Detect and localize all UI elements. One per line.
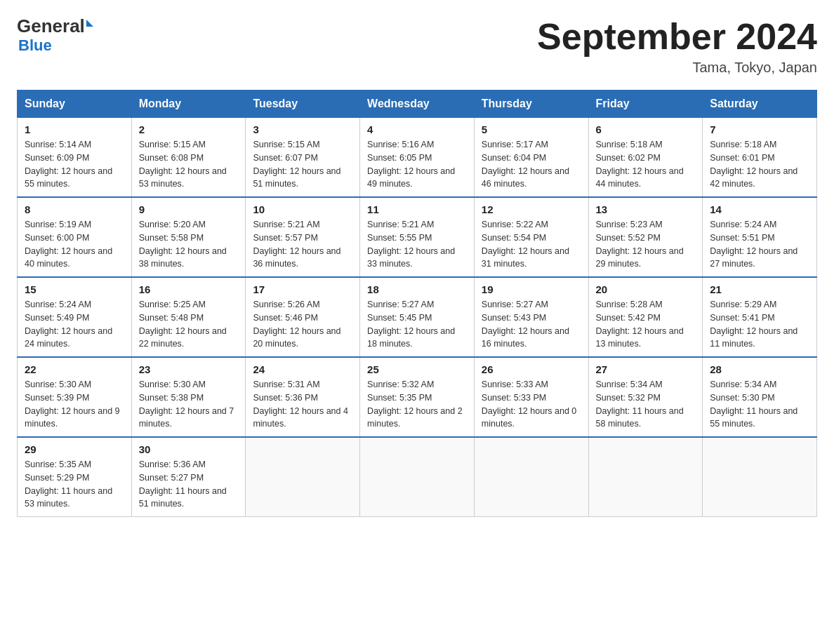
day-number: 11 <box>367 203 467 215</box>
day-info: Sunrise: 5:24 AMSunset: 5:49 PMDaylight:… <box>25 298 124 351</box>
calendar-cell: 18 Sunrise: 5:27 AMSunset: 5:45 PMDaylig… <box>360 277 475 357</box>
day-number: 2 <box>139 123 239 135</box>
day-info: Sunrise: 5:29 AMSunset: 5:41 PMDaylight:… <box>710 298 809 351</box>
day-number: 18 <box>367 283 467 295</box>
title-block: September 2024 Tama, Tokyo, Japan <box>537 17 817 76</box>
calendar-cell: 3 Sunrise: 5:15 AMSunset: 6:07 PMDayligh… <box>246 118 360 198</box>
calendar-cell <box>246 437 360 517</box>
day-info: Sunrise: 5:35 AMSunset: 5:29 PMDaylight:… <box>25 458 124 511</box>
calendar-header-thursday: Thursday <box>474 90 588 118</box>
day-number: 19 <box>482 283 581 295</box>
day-number: 17 <box>253 283 352 295</box>
day-info: Sunrise: 5:36 AMSunset: 5:27 PMDaylight:… <box>139 458 239 511</box>
calendar-cell: 12 Sunrise: 5:22 AMSunset: 5:54 PMDaylig… <box>474 197 588 277</box>
day-info: Sunrise: 5:32 AMSunset: 5:35 PMDaylight:… <box>367 378 467 431</box>
day-number: 7 <box>710 123 809 135</box>
day-number: 23 <box>139 363 239 375</box>
calendar-cell: 10 Sunrise: 5:21 AMSunset: 5:57 PMDaylig… <box>246 197 360 277</box>
calendar-cell: 30 Sunrise: 5:36 AMSunset: 5:27 PMDaylig… <box>131 437 246 517</box>
logo-text-general: General <box>17 17 85 35</box>
day-number: 29 <box>25 443 124 455</box>
calendar-cell <box>474 437 588 517</box>
day-info: Sunrise: 5:28 AMSunset: 5:42 PMDaylight:… <box>596 298 696 351</box>
location-text: Tama, Tokyo, Japan <box>537 60 817 76</box>
day-number: 1 <box>25 123 124 135</box>
calendar-cell: 26 Sunrise: 5:33 AMSunset: 5:33 PMDaylig… <box>474 357 588 437</box>
day-number: 15 <box>25 283 124 295</box>
day-info: Sunrise: 5:27 AMSunset: 5:43 PMDaylight:… <box>482 298 581 351</box>
calendar-cell <box>703 437 817 517</box>
calendar-cell: 5 Sunrise: 5:17 AMSunset: 6:04 PMDayligh… <box>474 118 588 198</box>
day-number: 4 <box>367 123 467 135</box>
day-info: Sunrise: 5:34 AMSunset: 5:32 PMDaylight:… <box>596 378 696 431</box>
day-info: Sunrise: 5:33 AMSunset: 5:33 PMDaylight:… <box>482 378 581 431</box>
calendar-cell: 6 Sunrise: 5:18 AMSunset: 6:02 PMDayligh… <box>588 118 703 198</box>
calendar-week-row: 22 Sunrise: 5:30 AMSunset: 5:39 PMDaylig… <box>18 357 817 437</box>
calendar-header-wednesday: Wednesday <box>360 90 475 118</box>
day-info: Sunrise: 5:30 AMSunset: 5:39 PMDaylight:… <box>25 378 124 431</box>
day-number: 21 <box>710 283 809 295</box>
calendar-header-saturday: Saturday <box>703 90 817 118</box>
calendar-header-friday: Friday <box>588 90 703 118</box>
day-number: 9 <box>139 203 239 215</box>
calendar-week-row: 8 Sunrise: 5:19 AMSunset: 6:00 PMDayligh… <box>18 197 817 277</box>
day-info: Sunrise: 5:14 AMSunset: 6:09 PMDaylight:… <box>25 138 124 191</box>
calendar-cell: 24 Sunrise: 5:31 AMSunset: 5:36 PMDaylig… <box>246 357 360 437</box>
day-number: 14 <box>710 203 809 215</box>
day-info: Sunrise: 5:15 AMSunset: 6:08 PMDaylight:… <box>139 138 239 191</box>
day-info: Sunrise: 5:18 AMSunset: 6:01 PMDaylight:… <box>710 138 809 191</box>
day-info: Sunrise: 5:19 AMSunset: 6:00 PMDaylight:… <box>25 218 124 271</box>
day-info: Sunrise: 5:34 AMSunset: 5:30 PMDaylight:… <box>710 378 809 431</box>
calendar-cell: 25 Sunrise: 5:32 AMSunset: 5:35 PMDaylig… <box>360 357 475 437</box>
day-number: 3 <box>253 123 352 135</box>
calendar-week-row: 29 Sunrise: 5:35 AMSunset: 5:29 PMDaylig… <box>18 437 817 517</box>
day-number: 26 <box>482 363 581 375</box>
calendar-header-sunday: Sunday <box>18 90 132 118</box>
day-info: Sunrise: 5:25 AMSunset: 5:48 PMDaylight:… <box>139 298 239 351</box>
logo: General Blue <box>17 17 93 55</box>
day-info: Sunrise: 5:16 AMSunset: 6:05 PMDaylight:… <box>367 138 467 191</box>
day-number: 20 <box>596 283 696 295</box>
day-info: Sunrise: 5:23 AMSunset: 5:52 PMDaylight:… <box>596 218 696 271</box>
calendar-header-monday: Monday <box>131 90 246 118</box>
calendar-cell: 29 Sunrise: 5:35 AMSunset: 5:29 PMDaylig… <box>18 437 132 517</box>
day-info: Sunrise: 5:20 AMSunset: 5:58 PMDaylight:… <box>139 218 239 271</box>
calendar-cell: 27 Sunrise: 5:34 AMSunset: 5:32 PMDaylig… <box>588 357 703 437</box>
day-number: 24 <box>253 363 352 375</box>
calendar-cell: 22 Sunrise: 5:30 AMSunset: 5:39 PMDaylig… <box>18 357 132 437</box>
day-info: Sunrise: 5:18 AMSunset: 6:02 PMDaylight:… <box>596 138 696 191</box>
day-info: Sunrise: 5:27 AMSunset: 5:45 PMDaylight:… <box>367 298 467 351</box>
day-info: Sunrise: 5:22 AMSunset: 5:54 PMDaylight:… <box>482 218 581 271</box>
day-info: Sunrise: 5:21 AMSunset: 5:55 PMDaylight:… <box>367 218 467 271</box>
calendar-cell: 20 Sunrise: 5:28 AMSunset: 5:42 PMDaylig… <box>588 277 703 357</box>
calendar-header-tuesday: Tuesday <box>246 90 360 118</box>
calendar-cell: 14 Sunrise: 5:24 AMSunset: 5:51 PMDaylig… <box>703 197 817 277</box>
day-number: 25 <box>367 363 467 375</box>
calendar-cell: 7 Sunrise: 5:18 AMSunset: 6:01 PMDayligh… <box>703 118 817 198</box>
calendar-table: SundayMondayTuesdayWednesdayThursdayFrid… <box>17 90 817 517</box>
day-info: Sunrise: 5:30 AMSunset: 5:38 PMDaylight:… <box>139 378 239 431</box>
day-info: Sunrise: 5:21 AMSunset: 5:57 PMDaylight:… <box>253 218 352 271</box>
calendar-cell: 23 Sunrise: 5:30 AMSunset: 5:38 PMDaylig… <box>131 357 246 437</box>
calendar-cell: 17 Sunrise: 5:26 AMSunset: 5:46 PMDaylig… <box>246 277 360 357</box>
calendar-cell: 9 Sunrise: 5:20 AMSunset: 5:58 PMDayligh… <box>131 197 246 277</box>
day-number: 5 <box>482 123 581 135</box>
day-info: Sunrise: 5:15 AMSunset: 6:07 PMDaylight:… <box>253 138 352 191</box>
calendar-cell: 1 Sunrise: 5:14 AMSunset: 6:09 PMDayligh… <box>18 118 132 198</box>
calendar-cell: 16 Sunrise: 5:25 AMSunset: 5:48 PMDaylig… <box>131 277 246 357</box>
calendar-cell: 13 Sunrise: 5:23 AMSunset: 5:52 PMDaylig… <box>588 197 703 277</box>
day-number: 13 <box>596 203 696 215</box>
day-number: 22 <box>25 363 124 375</box>
logo-triangle-icon <box>86 20 93 27</box>
calendar-week-row: 1 Sunrise: 5:14 AMSunset: 6:09 PMDayligh… <box>18 118 817 198</box>
calendar-cell: 2 Sunrise: 5:15 AMSunset: 6:08 PMDayligh… <box>131 118 246 198</box>
day-info: Sunrise: 5:17 AMSunset: 6:04 PMDaylight:… <box>482 138 581 191</box>
calendar-header-row: SundayMondayTuesdayWednesdayThursdayFrid… <box>18 90 817 118</box>
day-number: 8 <box>25 203 124 215</box>
page-header: General Blue September 2024 Tama, Tokyo,… <box>17 17 817 76</box>
calendar-cell: 21 Sunrise: 5:29 AMSunset: 5:41 PMDaylig… <box>703 277 817 357</box>
logo-text-blue: Blue <box>18 36 93 55</box>
day-number: 10 <box>253 203 352 215</box>
calendar-cell: 28 Sunrise: 5:34 AMSunset: 5:30 PMDaylig… <box>703 357 817 437</box>
day-number: 30 <box>139 443 239 455</box>
